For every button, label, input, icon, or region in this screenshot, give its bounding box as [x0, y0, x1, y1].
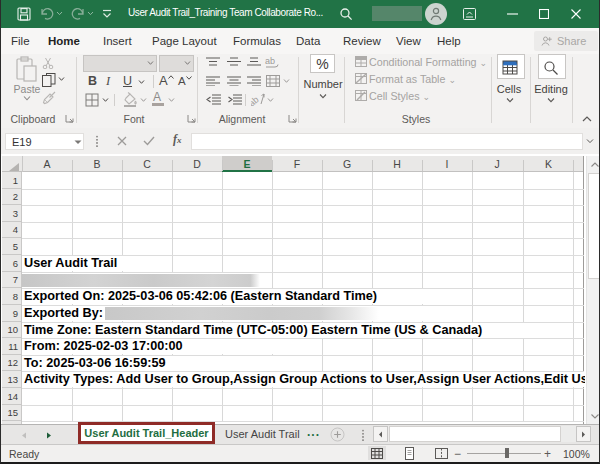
svg-text:ab: ab: [251, 94, 261, 106]
svg-text:ab: ab: [265, 56, 275, 66]
